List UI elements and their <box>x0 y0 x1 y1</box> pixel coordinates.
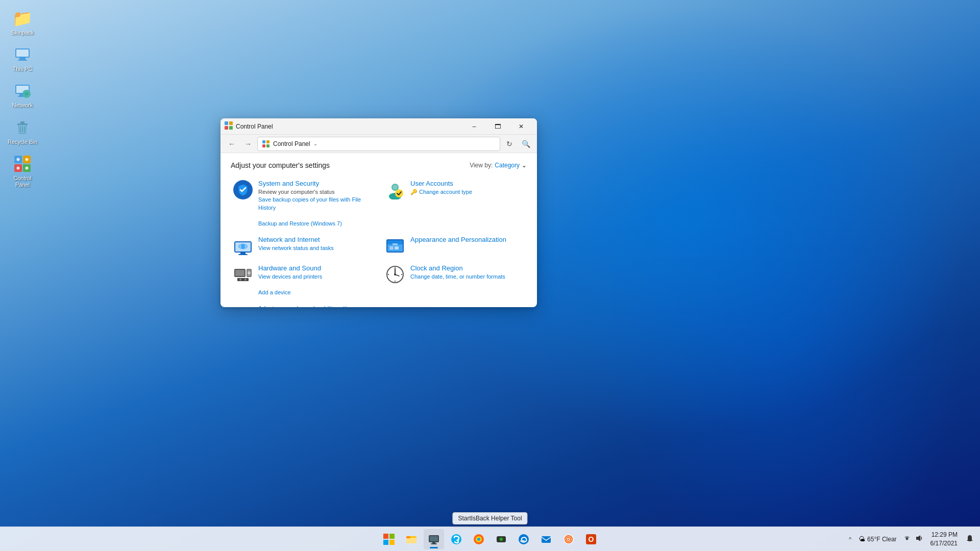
svg-marker-101 <box>916 535 920 541</box>
desktop-icon-recycle-bin[interactable]: Recycle Bin <box>4 115 41 147</box>
appearance-icon <box>385 236 405 256</box>
appearance-link[interactable]: Appearance and Personalization <box>410 236 525 243</box>
svg-rect-37 <box>240 253 246 254</box>
window-titlebar: Control Panel – 🗖 ✕ <box>220 118 537 135</box>
view-by-label: View by: <box>470 162 493 169</box>
svg-rect-46 <box>393 243 398 245</box>
desktop-icon-network[interactable]: Network <box>4 79 41 111</box>
forward-button[interactable]: → <box>241 137 255 151</box>
system-security-link[interactable]: System and Security <box>258 180 373 187</box>
weather-icon: 🌤 <box>859 535 865 543</box>
address-input[interactable] <box>321 140 496 147</box>
window-nav: ← → Control Panel ⌄ ↻ 🔍 <box>220 135 537 153</box>
category-hardware-sound[interactable]: Hardware and Sound View devices and prin… <box>231 262 375 307</box>
weather-widget[interactable]: 🌤 65°F Clear <box>855 535 900 543</box>
svg-point-33 <box>393 185 398 190</box>
office-button[interactable]: O <box>581 529 601 549</box>
svg-rect-49 <box>235 270 244 276</box>
network-icon[interactable] <box>902 534 912 544</box>
firefox-button[interactable] <box>469 529 489 549</box>
svg-rect-53 <box>237 278 249 281</box>
system-security-text: System and Security Review your computer… <box>258 180 373 228</box>
user-accounts-subs: 🔑 Change account type <box>410 188 525 196</box>
svg-rect-2 <box>19 58 26 60</box>
clock-region-text: Clock and Region Change date, time, or n… <box>410 264 525 281</box>
svg-rect-29 <box>266 144 270 147</box>
svg-rect-10 <box>20 121 24 123</box>
network-internet-link[interactable]: Network and Internet <box>258 236 373 243</box>
view-by-chevron-icon: ⌄ <box>522 162 527 169</box>
svg-rect-24 <box>225 126 228 130</box>
svg-rect-80 <box>406 538 416 543</box>
view-by-selector[interactable]: View by: Category ⌄ <box>470 162 527 169</box>
category-network-internet[interactable]: Network and Internet View network status… <box>231 234 375 258</box>
category-appearance[interactable]: Appearance and Personalization <box>383 234 527 258</box>
system-security-icon <box>233 180 253 200</box>
svg-point-54 <box>239 279 241 281</box>
address-text: Control Panel <box>273 140 310 147</box>
desktop-icon-skinpack[interactable]: 📁 Skinpack <box>4 6 41 38</box>
date-display: 6/17/2021 <box>930 539 958 548</box>
svg-rect-81 <box>406 536 410 538</box>
hardware-sound-link[interactable]: Hardware and Sound <box>258 264 373 272</box>
user-accounts-text: User Accounts 🔑 Change account type <box>410 180 525 196</box>
svg-text:O: O <box>589 535 594 543</box>
svg-rect-3 <box>18 60 27 61</box>
taskbar-clock[interactable]: 12:29 PM 6/17/2021 <box>926 531 962 548</box>
svg-point-21 <box>26 166 29 169</box>
user-accounts-link[interactable]: User Accounts <box>410 180 525 187</box>
start-button[interactable] <box>379 529 399 549</box>
edge-button[interactable] <box>513 529 534 549</box>
category-clock-region[interactable]: Clock and Region Change date, time, or n… <box>383 262 527 307</box>
svg-rect-38 <box>238 254 248 255</box>
svg-rect-47 <box>388 247 395 248</box>
svg-rect-1 <box>16 49 29 57</box>
system-security-subs: Review your computer's status Save backu… <box>258 188 373 228</box>
close-button[interactable]: ✕ <box>509 118 533 135</box>
skype-button[interactable] <box>446 529 467 549</box>
clock-region-link[interactable]: Clock and Region <box>410 264 525 272</box>
network-internet-text: Network and Internet View network status… <box>258 236 373 252</box>
svg-point-18 <box>17 158 20 161</box>
search-icon[interactable]: 🔍 <box>519 137 533 151</box>
taskbar-tooltip: StartIsBack Helper Tool <box>452 512 527 524</box>
control-panel-taskbar-button[interactable] <box>424 529 444 549</box>
back-button[interactable]: ← <box>225 137 239 151</box>
taskbar: O ^ 🌤 65°F Clear 12:29 PM 6/17/2021 <box>0 527 980 551</box>
svg-point-19 <box>26 158 29 161</box>
xbox-button[interactable] <box>491 529 511 549</box>
address-bar[interactable]: Control Panel ⌄ <box>257 137 500 151</box>
file-explorer-button[interactable] <box>401 529 422 549</box>
hardware-sound-icon <box>233 264 253 285</box>
svg-rect-84 <box>432 542 435 543</box>
appearance-text: Appearance and Personalization <box>410 236 525 244</box>
mail-button[interactable] <box>536 529 556 549</box>
svg-rect-83 <box>430 536 438 541</box>
desktop-icon-this-pc[interactable]: This PC <box>4 42 41 74</box>
view-by-value: Category <box>495 162 520 169</box>
content-header: Adjust your computer's settings View by:… <box>231 161 527 169</box>
maximize-button[interactable]: 🗖 <box>486 118 509 135</box>
notification-button[interactable] <box>964 534 976 544</box>
svg-rect-22 <box>225 121 228 125</box>
window-content: Adjust your computer's settings View by:… <box>220 153 537 307</box>
volume-icon[interactable] <box>914 534 924 544</box>
svg-point-34 <box>395 189 403 197</box>
category-system-security[interactable]: System and Security Review your computer… <box>231 178 375 230</box>
minimize-button[interactable]: – <box>462 118 486 135</box>
svg-rect-9 <box>17 123 28 125</box>
photos-button[interactable] <box>558 529 579 549</box>
refresh-button[interactable]: ↻ <box>502 137 517 151</box>
hardware-sound-text: Hardware and Sound View devices and prin… <box>258 264 373 307</box>
svg-point-20 <box>17 166 20 169</box>
tray-chevron[interactable]: ^ <box>847 536 853 542</box>
svg-point-52 <box>248 271 251 274</box>
svg-rect-76 <box>389 534 395 539</box>
svg-rect-77 <box>383 540 388 545</box>
svg-rect-25 <box>229 126 233 130</box>
category-user-accounts[interactable]: User Accounts 🔑 Change account type <box>383 178 527 230</box>
control-panel-window: Control Panel – 🗖 ✕ ← → Control Panel ⌄ … <box>220 118 537 307</box>
svg-rect-26 <box>262 140 265 143</box>
desktop-icon-control-panel[interactable]: Control Panel <box>4 152 41 190</box>
system-tray: ^ <box>847 536 853 542</box>
